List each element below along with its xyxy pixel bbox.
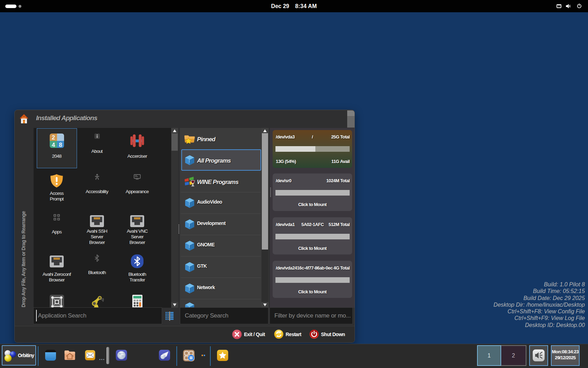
svg-text:4: 4: [51, 142, 55, 148]
svg-text:8: 8: [59, 142, 62, 148]
svg-text:2: 2: [51, 134, 55, 141]
